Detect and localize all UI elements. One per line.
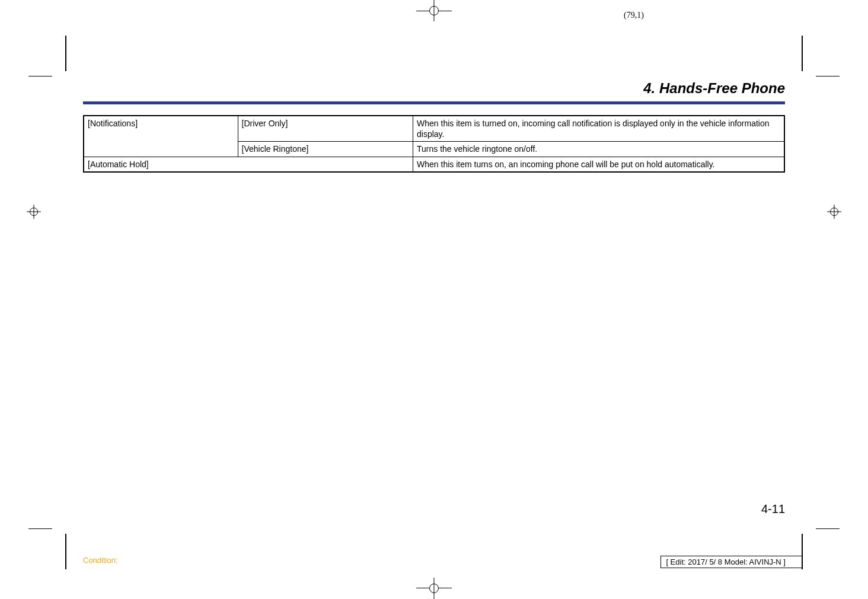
page-number: 4-11: [761, 502, 785, 516]
crop-mark-top: [416, 0, 452, 24]
trim-mark: [65, 534, 66, 569]
table-row: [Automatic Hold] When this item turns on…: [84, 157, 784, 172]
setting-option: [Vehicle Ringtone]: [238, 142, 413, 157]
trim-mark: [802, 36, 803, 71]
registration-mark-icon: [27, 205, 41, 219]
page-content: 4. Hands-Free Phone [Notifications] [Dri…: [83, 80, 785, 173]
trim-tick: [816, 528, 840, 529]
setting-option: [Driver Only]: [238, 116, 413, 142]
condition-label: Condition:: [83, 556, 118, 565]
trim-tick: [28, 76, 52, 77]
section-title: 4. Hands-Free Phone: [83, 80, 785, 97]
setting-description: When this item is turned on, incoming ca…: [413, 116, 784, 142]
trim-mark: [65, 36, 66, 71]
crop-mark-bottom: [416, 575, 452, 599]
table-row: [Notifications] [Driver Only] When this …: [84, 116, 784, 142]
trim-tick: [816, 76, 840, 77]
settings-table: [Notifications] [Driver Only] When this …: [83, 115, 785, 173]
trim-tick: [28, 528, 52, 529]
edit-info-box: [ Edit: 2017/ 5/ 8 Model: AIVINJ-N ]: [660, 556, 803, 568]
page-coordinate: (79,1): [624, 11, 644, 20]
registration-mark-icon: [827, 205, 841, 219]
setting-name: [Notifications]: [84, 116, 238, 157]
setting-name: [Automatic Hold]: [84, 157, 413, 172]
setting-description: When this item turns on, an incoming pho…: [413, 157, 784, 172]
title-rule: [83, 101, 785, 104]
setting-description: Turns the vehicle ringtone on/off.: [413, 142, 784, 157]
